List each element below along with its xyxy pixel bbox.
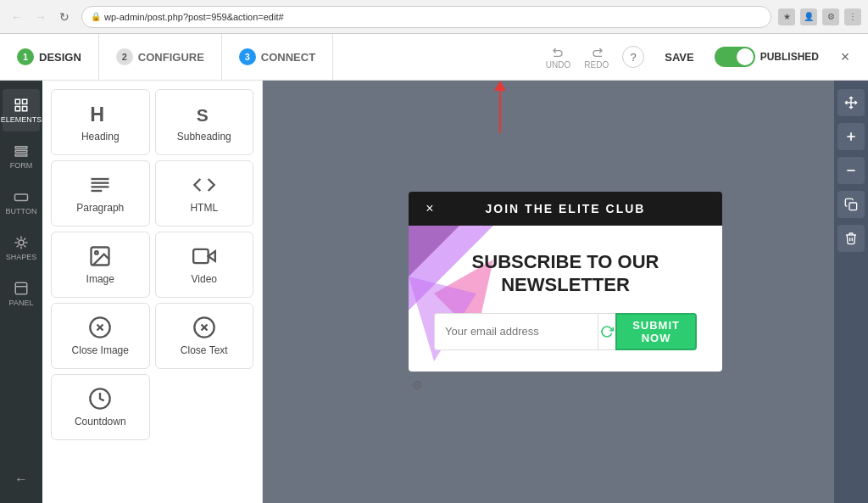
submit-button[interactable]: SUBMIT NOW [615, 313, 697, 350]
nav-buttons: ← → ↻ [7, 7, 75, 27]
element-paragraph-label: Paragraph [76, 202, 124, 214]
email-input[interactable] [434, 313, 598, 350]
forward-button[interactable]: → [31, 7, 51, 27]
countdown-icon [88, 387, 112, 411]
sidebar-form-label: FORM [10, 161, 33, 170]
arrow-indicator [494, 81, 506, 133]
close-text-icon [192, 316, 216, 339]
delete-tool-button[interactable] [837, 225, 865, 252]
element-subheading[interactable]: S Subheading [155, 89, 254, 155]
element-html[interactable]: HTML [155, 160, 254, 226]
back-button[interactable]: ← [7, 7, 27, 27]
save-button[interactable]: SAVE [654, 46, 704, 69]
menu-icon[interactable]: ⋮ [844, 8, 861, 25]
svg-rect-0 [15, 99, 19, 103]
popup-close-button[interactable]: × [421, 200, 438, 217]
sidebar-item-panel[interactable]: PANEL [3, 272, 40, 315]
svg-rect-20 [193, 249, 209, 263]
bookmark-icon[interactable]: ★ [778, 8, 795, 25]
popup-gear-button[interactable]: ⚙ [409, 378, 722, 392]
address-bar[interactable]: 🔒 wp-admin/post.php?post=959&action=edit… [81, 6, 771, 28]
sidebar-bottom: ← [3, 464, 40, 495]
tab-configure[interactable]: 2 CONFIGURE [99, 34, 222, 80]
video-icon [192, 244, 216, 268]
published-toggle[interactable]: PUBLISHED [715, 47, 819, 67]
svg-rect-6 [15, 154, 27, 155]
undo-redo-group: UNDO REDO [542, 42, 612, 73]
move-icon [844, 96, 858, 109]
element-video[interactable]: Video [155, 232, 254, 298]
shapes-icon [14, 235, 29, 250]
element-heading-label: Heading [81, 131, 120, 143]
url-text: wp-admin/post.php?post=959&action=edit# [104, 12, 284, 22]
trash-icon [844, 232, 858, 245]
svg-rect-2 [15, 106, 19, 110]
tab-connect-number: 3 [239, 48, 256, 65]
close-button[interactable]: × [832, 44, 858, 70]
tab-connect[interactable]: 3 CONNECT [222, 34, 333, 80]
svg-rect-4 [15, 146, 27, 148]
tab-connect-label: CONNECT [261, 51, 315, 64]
element-html-label: HTML [190, 202, 218, 214]
sidebar-item-elements[interactable]: ELEMENTS [3, 89, 40, 131]
toggle-switch[interactable] [715, 47, 755, 67]
right-tools [834, 81, 868, 503]
sidebar-item-form[interactable]: FORM [3, 135, 40, 177]
svg-marker-19 [208, 251, 214, 261]
element-close-text[interactable]: Close Text [155, 303, 254, 369]
sidebar-item-shapes[interactable]: SHAPES [3, 226, 40, 269]
sidebar-shapes-label: SHAPES [6, 253, 37, 261]
svg-rect-3 [23, 106, 27, 110]
image-icon [88, 244, 112, 268]
grid-icon [14, 98, 29, 113]
arrow-head [494, 81, 506, 91]
paragraph-icon [88, 173, 112, 197]
toggle-knob [737, 48, 754, 65]
popup-title: SUBSCRIBE TO OUR NEWSLETTER [472, 251, 659, 296]
element-image[interactable]: Image [51, 232, 150, 298]
sidebar-item-button[interactable]: BUTTON [3, 181, 40, 223]
element-image-label: Image [86, 273, 114, 285]
element-close-image[interactable]: Close Image [51, 303, 150, 369]
refresh-icon-button[interactable] [598, 313, 615, 350]
svg-rect-1 [23, 99, 27, 103]
popup-form-row: SUBMIT NOW [434, 313, 697, 350]
element-paragraph[interactable]: Paragraph [51, 160, 150, 226]
move-tool-button[interactable] [837, 89, 865, 116]
popup-container: × JOIN THE ELITE CLUB SUBSCRIBE TO OUR N… [409, 192, 722, 392]
minus-tool-button[interactable] [837, 157, 865, 184]
top-toolbar: 1 DESIGN 2 CONFIGURE 3 CONNECT UNDO [0, 34, 868, 81]
undo-button[interactable]: UNDO [542, 42, 574, 73]
redo-icon [590, 45, 604, 59]
profile-icon[interactable]: 👤 [800, 8, 817, 25]
redo-button[interactable]: REDO [581, 42, 612, 73]
sidebar-panel-label: PANEL [9, 299, 34, 307]
published-label: PUBLISHED [760, 51, 819, 63]
element-countdown[interactable]: Countdown [51, 374, 150, 440]
app-container: 1 DESIGN 2 CONFIGURE 3 CONNECT UNDO [0, 34, 868, 503]
sidebar-collapse-button[interactable]: ← [3, 464, 40, 495]
close-circle-icon [88, 316, 112, 339]
element-close-text-label: Close Text [181, 344, 228, 356]
tab-design-number: 1 [17, 48, 34, 65]
browser-actions: ★ 👤 ⚙ ⋮ [778, 8, 861, 25]
tab-design-label: DESIGN [39, 51, 81, 64]
help-button[interactable]: ? [622, 46, 644, 68]
popup-header-title: JOIN THE ELITE CLUB [486, 202, 646, 215]
tab-configure-label: CONFIGURE [138, 51, 204, 64]
main-content: ELEMENTS FORM BUTTON SHAPES PANEL ← [0, 81, 868, 503]
element-countdown-label: Countdown [75, 416, 126, 428]
tab-design[interactable]: 1 DESIGN [0, 34, 99, 80]
add-tool-button[interactable] [837, 123, 865, 150]
svg-rect-7 [15, 194, 28, 201]
popup-body: SUBSCRIBE TO OUR NEWSLETTER SUBMIT NOW [409, 226, 722, 372]
reload-button[interactable]: ↻ [54, 7, 75, 27]
svg-rect-9 [15, 282, 27, 294]
copy-icon [844, 198, 858, 211]
refresh-icon [600, 325, 614, 338]
copy-tool-button[interactable] [837, 191, 865, 218]
form-icon [14, 143, 29, 159]
extensions-icon[interactable]: ⚙ [822, 8, 839, 25]
element-heading[interactable]: H Heading [51, 89, 150, 155]
svg-text:H: H [91, 103, 105, 126]
